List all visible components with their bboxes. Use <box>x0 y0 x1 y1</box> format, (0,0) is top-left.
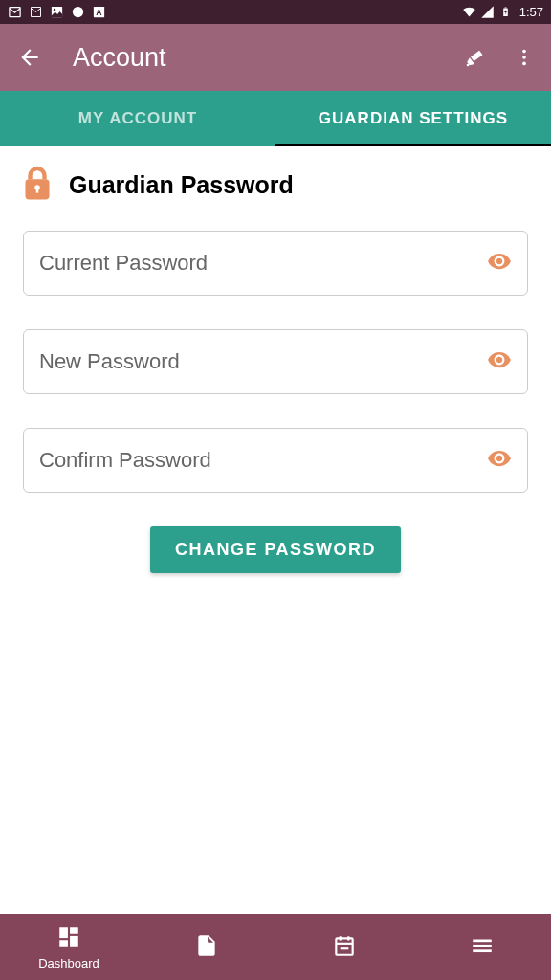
eye-icon[interactable] <box>487 446 512 475</box>
more-icon[interactable] <box>513 46 536 69</box>
tab-my-account[interactable]: MY ACCOUNT <box>0 91 276 146</box>
battery-icon <box>498 5 513 19</box>
svg-rect-17 <box>59 940 68 947</box>
confirm-password-wrapper <box>23 428 528 493</box>
font-icon: A <box>92 5 106 19</box>
app-bar-actions <box>463 46 536 69</box>
section-header: Guardian Password <box>23 166 528 204</box>
svg-rect-18 <box>70 935 78 946</box>
notification-icon <box>8 5 22 19</box>
svg-point-2 <box>54 9 56 11</box>
tabs: MY ACCOUNT GUARDIAN SETTINGS <box>0 91 551 146</box>
status-bar: A 1:57 <box>0 0 551 24</box>
svg-rect-16 <box>70 927 78 934</box>
svg-text:A: A <box>96 8 102 17</box>
wifi-icon <box>462 5 476 19</box>
svg-rect-7 <box>504 7 506 8</box>
section-title: Guardian Password <box>69 171 294 199</box>
lock-icon <box>23 166 52 204</box>
svg-rect-14 <box>36 188 39 193</box>
content: Guardian Password CHANGE PASSWORD <box>0 146 551 914</box>
menu-icon <box>470 933 495 962</box>
current-password-input[interactable] <box>39 251 487 276</box>
bottom-nav: Dashboard <box>0 914 551 980</box>
document-icon <box>194 933 219 962</box>
svg-rect-25 <box>473 944 492 947</box>
gmail-icon <box>29 5 43 19</box>
new-password-wrapper <box>23 329 528 394</box>
svg-rect-24 <box>473 939 492 942</box>
tab-guardian-settings[interactable]: GUARDIAN SETTINGS <box>276 91 551 146</box>
nav-dashboard[interactable]: Dashboard <box>0 914 138 980</box>
status-left-icons: A <box>8 5 106 19</box>
edit-icon[interactable] <box>463 46 486 69</box>
svg-point-11 <box>522 62 526 66</box>
svg-rect-26 <box>473 949 492 952</box>
dashboard-icon <box>56 924 81 953</box>
svg-point-10 <box>522 56 526 59</box>
svg-point-9 <box>522 50 526 54</box>
status-right-icons: 1:57 <box>462 5 543 19</box>
svg-point-3 <box>73 7 83 17</box>
app-icon <box>71 5 85 19</box>
nav-dashboard-label: Dashboard <box>38 956 99 970</box>
status-time: 1:57 <box>519 5 543 19</box>
svg-point-8 <box>467 64 470 67</box>
image-icon <box>50 5 64 19</box>
nav-menu[interactable] <box>413 914 551 980</box>
change-password-button[interactable]: CHANGE PASSWORD <box>150 526 401 573</box>
confirm-password-input[interactable] <box>39 448 487 473</box>
eye-icon[interactable] <box>487 249 512 278</box>
current-password-wrapper <box>23 231 528 296</box>
signal-icon <box>480 5 495 19</box>
nav-calendar[interactable] <box>276 914 413 980</box>
eye-icon[interactable] <box>487 347 512 376</box>
svg-rect-15 <box>59 927 68 938</box>
svg-rect-19 <box>336 938 352 954</box>
app-bar: Account <box>0 24 551 91</box>
page-title: Account <box>73 43 166 73</box>
back-button[interactable] <box>15 43 44 72</box>
new-password-input[interactable] <box>39 349 487 374</box>
nav-document[interactable] <box>138 914 276 980</box>
calendar-icon <box>332 933 357 962</box>
